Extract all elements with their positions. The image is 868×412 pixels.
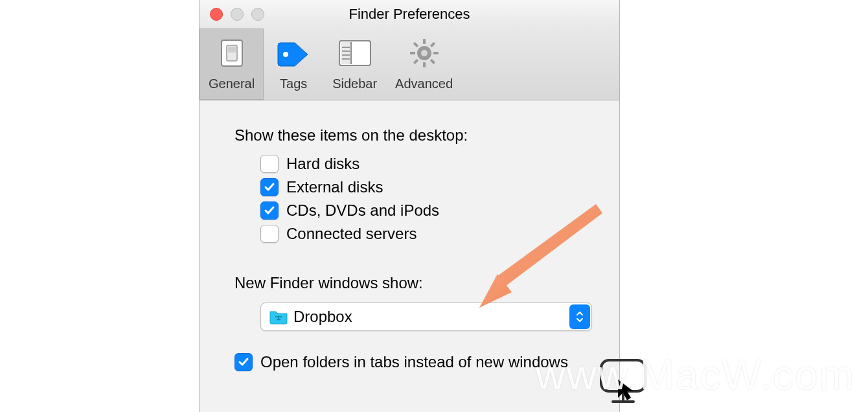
zoom-window-button[interactable] (251, 8, 264, 21)
tab-advanced[interactable]: Advanced (386, 29, 462, 100)
advanced-icon (404, 34, 445, 73)
checkbox-label: Hard disks (286, 155, 360, 173)
select-arrows-icon (569, 304, 590, 329)
close-window-button[interactable] (210, 8, 223, 21)
checkbox-label: Connected servers (286, 225, 417, 243)
tags-icon (273, 34, 314, 73)
tab-sidebar[interactable]: Sidebar (323, 29, 386, 100)
svg-rect-17 (429, 42, 435, 47)
tab-label: Sidebar (332, 76, 377, 91)
svg-rect-12 (423, 39, 426, 44)
traffic-lights (210, 8, 264, 21)
finder-preferences-window: Finder Preferences General Tags (199, 0, 620, 412)
svg-rect-16 (413, 42, 418, 47)
sidebar-icon (334, 34, 376, 73)
checkbox-external-disks[interactable] (260, 178, 279, 196)
svg-rect-14 (410, 52, 415, 54)
svg-point-3 (283, 52, 288, 57)
new-windows-select[interactable]: Dropbox (260, 303, 592, 331)
checkbox-connected-servers[interactable] (260, 225, 279, 243)
checkbox-row-external-disks[interactable]: External disks (260, 178, 587, 196)
checkbox-label: External disks (286, 178, 383, 196)
desktop-items-label: Show these items on the desktop: (234, 126, 587, 144)
preferences-toolbar: General Tags (200, 29, 619, 100)
checkbox-row-connected-servers[interactable]: Connected servers (260, 225, 587, 243)
tab-label: Advanced (395, 76, 453, 91)
tab-label: General (209, 76, 255, 91)
checkbox-hard-disks[interactable] (260, 155, 279, 173)
svg-rect-15 (433, 52, 439, 54)
minimize-window-button[interactable] (231, 8, 244, 21)
svg-rect-5 (341, 42, 351, 64)
checkbox-label: CDs, DVDs and iPods (286, 201, 439, 220)
svg-point-20 (421, 50, 428, 56)
general-pane: Show these items on the desktop: Hard di… (200, 100, 619, 371)
svg-rect-2 (228, 47, 236, 52)
checkbox-open-in-tabs[interactable] (234, 353, 253, 371)
new-windows-label: New Finder windows show: (234, 274, 587, 292)
checkbox-label: Open folders in tabs instead of new wind… (260, 353, 568, 371)
checkbox-row-cds-dvds-ipods[interactable]: CDs, DVDs and iPods (260, 201, 587, 220)
checkbox-row-open-in-tabs[interactable]: Open folders in tabs instead of new wind… (234, 353, 587, 371)
svg-rect-13 (423, 62, 426, 67)
folder-icon (269, 309, 288, 325)
general-icon (211, 34, 253, 73)
new-windows-value: Dropbox (293, 308, 352, 326)
svg-rect-19 (429, 59, 435, 64)
titlebar: Finder Preferences (200, 0, 619, 29)
checkbox-cds-dvds-ipods[interactable] (260, 201, 279, 220)
tab-label: Tags (280, 76, 307, 91)
checkbox-row-hard-disks[interactable]: Hard disks (260, 155, 587, 173)
tab-tags[interactable]: Tags (264, 29, 323, 100)
svg-rect-18 (413, 59, 418, 64)
tab-general[interactable]: General (200, 29, 264, 100)
display-cursor-icon (596, 355, 650, 407)
